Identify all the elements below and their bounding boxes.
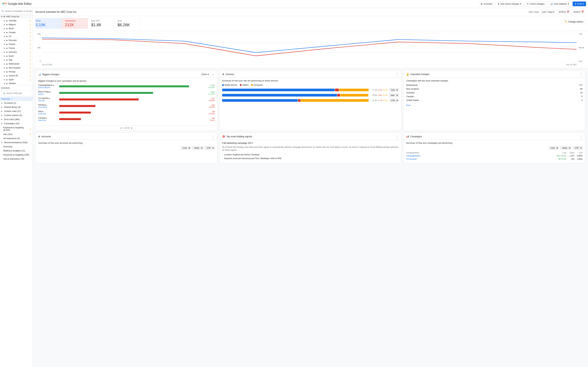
sidebar-nav-item[interactable]: ▶ Custom actions (0) [0,113,33,117]
sidebar-nav-item[interactable]: ▶ Accounts (1) [0,101,33,105]
account-header[interactable]: ▾ ⊞ ABC Corp Inc. [0,14,33,19]
date-range-select[interactable]: Last 7 days ▾ [540,10,556,14]
device-metric-select[interactable]: Cost [389,88,399,92]
sidebar-country-item[interactable]: ▶ ◉ CII ⚠ [0,34,33,38]
sidebar-nav-item[interactable]: Keywords & targeting (8,434) ⚠ [0,125,33,132]
main-content: Account overview for ABC Corp Inc. Date … [33,8,588,367]
sidebar-country-item[interactable]: ▶ ◉ Italy ⚠ [0,58,33,62]
sidebar-country-item[interactable]: ▶ ◉ Germany ⚠ [0,50,33,54]
caret-icon2: ▾ [568,3,569,5]
sidebar-country-item[interactable]: ▶ ◉ Finland ⚠ [0,42,33,46]
sidebar-nav-item[interactable]: Overview ↗ [0,97,33,101]
campaigns-cost-select[interactable]: Cost [549,146,559,150]
sidebar-nav-item[interactable]: Summary [0,144,33,149]
sidebar-country-item[interactable]: ▶ ◉ Australia ⚠ [0,19,33,23]
campaigns-more-icon[interactable]: ⋮ [580,135,583,138]
campaigns-icon: 📢 [406,135,409,138]
sidebar-country-item[interactable]: ▶ ◉ Spain ⚠ [0,78,33,82]
entity-search-input[interactable] [6,92,31,94]
sidebar-country-item[interactable]: ▶ ◉ Search-39 ⚠ [0,74,33,78]
accounts-cost-select[interactable]: Cost [181,146,191,150]
sidebar-nav-item[interactable]: ▶ Campaigns (24) [0,121,33,125]
expand-icon: ▶ [4,63,5,65]
view-statistics-button[interactable]: 📊 View statistics ▾ [548,1,571,6]
bc-adgroup-link[interactable]: Heat Sink [38,119,46,121]
accounts-clicks-select[interactable]: Clicks [192,146,203,150]
sidebar-nav-item[interactable]: Ads & extensions (79) [0,157,33,161]
campaign-search-input[interactable] [5,10,33,12]
country-flag-icon: ◉ [6,79,8,81]
sidebar-nav-item[interactable]: Ads (191) ⚠ [0,132,33,136]
sidebar-country-item[interactable]: ▶ ◉ New Zealand ⚠ [0,66,33,70]
sidebar-country-item[interactable]: ▶ ◉ France ⚠ [0,46,33,50]
post-link[interactable]: Post [406,103,583,107]
get-recent-button[interactable]: ⬇ Get recent changes ▾ [496,1,523,6]
sidebar-country-item[interactable]: ▶ ◉ Norway ⚠ [0,70,33,74]
date-to-input[interactable]: 6/16/21 📅 [572,10,585,14]
clicks-dropdown[interactable]: Clicks ▾ [200,72,210,76]
country-name: Netherlands [9,63,19,65]
sidebar-nav-item[interactable]: Ad extensions (0) [0,136,33,140]
clicks-metric[interactable]: Clicks 3.19K [35,18,62,29]
post-button[interactable]: ⬆ Post ▾ [573,1,586,6]
accounts-ctr-select[interactable]: CTR [205,146,215,150]
campaign-search-bar[interactable]: 🔍 ⋮ [0,8,33,14]
mobile-bar [222,99,298,102]
device-metric-select[interactable]: Impr. [389,93,399,97]
device-row: 51.9% 1.7% 46.4% CTR [222,99,398,102]
list-item: New Zealand 85 [406,88,583,90]
devices-more-icon[interactable]: ⋮ [396,72,399,76]
expand-icon: ▶ [4,83,5,84]
sidebar-country-item[interactable]: ▶ ◉ Sweden [0,82,33,85]
bc-adgroup-link[interactable]: General [38,100,45,101]
bc-bar [59,118,81,120]
expand-icon2: ▶ [1,119,2,120]
prev-icon[interactable]: ❮ [121,127,122,129]
expand-icon2: ▶ [1,142,2,143]
bar-chart-icon: 📊 [550,3,553,5]
next-icon[interactable]: ❯ [131,127,132,129]
unposted-count: 4 [581,99,583,101]
more-options-icon[interactable]: ⋮ [212,73,215,76]
entity-search-bar[interactable]: 🔍 ⋮ [1,90,31,96]
accounts-more-icon[interactable]: ⋮ [212,135,215,138]
sidebar-nav-item[interactable]: ▶ Error Infos (380) [0,117,33,121]
country-name: CII [9,35,11,38]
check-changes-button[interactable]: ↻ Check changes [525,1,547,6]
smart-bidding-more-icon[interactable]: ⋮ [396,135,399,138]
bc-adgroup-link[interactable]: Apples [38,93,44,95]
sidebar-nav-item[interactable]: Keywords & targeting (239) [0,153,33,157]
sidebar-country-item[interactable]: ▶ ◉ Netherlands ⚠ [0,62,33,66]
bc-value: +470 +13.10% [205,84,215,88]
impressions-metric[interactable]: Impressions 212K [62,18,88,29]
sidebar-country-item[interactable]: ▶ ◉ Israel ⚠ [0,54,33,58]
devices-subtitle: Summary of how your ads are performing o… [222,79,398,82]
sidebar-nav-item[interactable]: Bidding & budgets (11) [0,149,33,153]
sidebar-nav-item[interactable]: ▶ Recommendations (329) [0,140,33,144]
sidebar-country-item[interactable]: ▶ ◉ Canada ⚠ [0,31,33,34]
date-from-input[interactable]: 6/10/21 📅 [557,10,571,14]
device-metric-select[interactable]: CTR [389,99,399,102]
campaign-link[interactable]: US General [406,158,553,160]
sidebar-nav-item[interactable]: ▶ Custom rules (27) [0,109,33,113]
x-label-start: Jun 10, 2021 [42,64,52,66]
campaigns-widget-header: 📢 Campaigns ⋮ [404,133,585,140]
campaigns-clicks-select[interactable]: Clicks [560,146,571,150]
sidebar-country-item[interactable]: ▶ ◉ Denmark ⚠ [0,38,33,42]
bc-adgroup-link[interactable]: Heat Sinks [38,106,47,108]
sidebar-nav-item[interactable]: ▶ Shared library (9) [0,105,33,109]
unposted-count: 177 [579,84,583,86]
sidebar-country-item[interactable]: ▶ ◉ Belgium ⚠ [0,23,33,26]
campaign-link[interactable]: CampaignName [406,155,553,157]
expand-icon2: ▶ [1,115,2,116]
bc-percent: -32.43% [205,113,215,115]
unposted-title: 🔔 Unposted changes [406,73,430,75]
change-metrics-button[interactable]: ✏️ Change metrics [562,19,585,24]
sidebar-country-item[interactable]: ▶ ◉ Brazil ⚠ [0,26,33,31]
campaigns-ctr-select[interactable]: CTR [573,146,583,150]
unposted-more-icon[interactable]: ⋮ [580,72,583,76]
bc-adgroup-link[interactable]: AdGroupName [38,86,50,88]
bc-adgroup-link[interactable]: Heat Sink [38,113,46,115]
accounts-button[interactable]: ⊞ Accounts [479,1,494,6]
computer-pct: 20.2% [383,89,388,91]
